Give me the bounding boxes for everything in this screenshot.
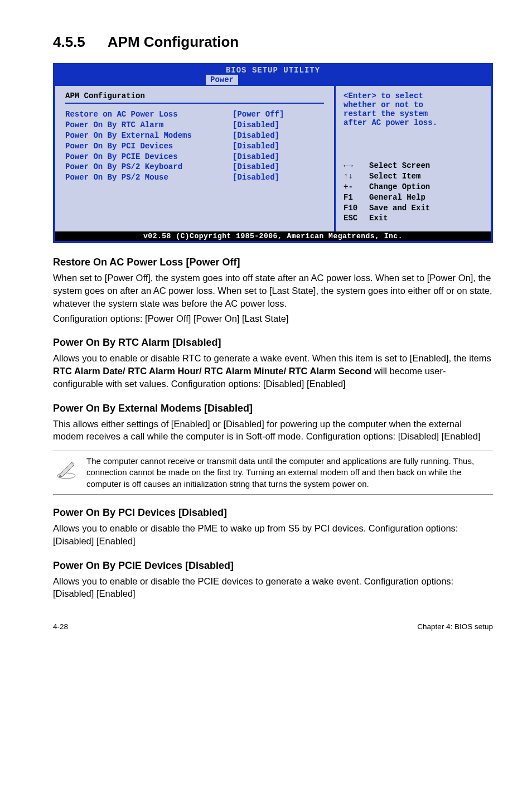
arrows-lr-icon: ←→ bbox=[344, 161, 369, 171]
note-text: The computer cannot receive or transmit … bbox=[86, 456, 491, 490]
rtc-heading: Power On By RTC Alarm [Disabled] bbox=[53, 337, 493, 349]
bios-help-line: whether or not to bbox=[344, 100, 483, 109]
bios-row-label: Power On By RTC Alarm bbox=[65, 120, 233, 131]
bios-row-label: Power On By PCIE Devices bbox=[65, 152, 233, 162]
f1-key-icon: F1 bbox=[344, 192, 369, 203]
esc-key-icon: ESC bbox=[344, 213, 369, 224]
rtc-body-bold: RTC Alarm Date/ RTC Alarm Hour/ RTC Alar… bbox=[53, 366, 371, 376]
key-desc: Select Item bbox=[369, 171, 420, 182]
bios-row[interactable]: Power On By PCI Devices[Disabled] bbox=[65, 141, 324, 152]
bios-row-value: [Disabled] bbox=[233, 172, 279, 183]
section-title: APM Configuration bbox=[108, 33, 239, 50]
bios-row[interactable]: Power On By PS/2 Mouse[Disabled] bbox=[65, 172, 324, 183]
section-heading: 4.5.5APM Configuration bbox=[53, 33, 493, 51]
bios-tab-row: Power bbox=[55, 75, 491, 86]
bios-key-legend: ←→Select Screen ↑↓Select Item +-Change O… bbox=[344, 161, 483, 224]
bios-row-label: Restore on AC Power Loss bbox=[65, 109, 233, 120]
svg-marker-1 bbox=[60, 462, 74, 477]
bios-row-label: Power On By PS/2 Mouse bbox=[65, 172, 233, 183]
bios-row-value: [Disabled] bbox=[233, 131, 279, 141]
pencil-note-icon bbox=[55, 456, 86, 482]
bios-row-value: [Power Off] bbox=[233, 109, 284, 120]
bios-help-text: <Enter> to select whether or not to rest… bbox=[344, 91, 483, 127]
plus-minus-icon: +- bbox=[344, 182, 369, 192]
bios-row[interactable]: Power On By PS/2 Keyboard[Disabled] bbox=[65, 162, 324, 172]
ext-body: This allows either settings of [Enabled]… bbox=[53, 418, 493, 443]
ext-heading: Power On By External Modems [Disabled] bbox=[53, 403, 493, 414]
bios-row-value: [Disabled] bbox=[233, 120, 279, 131]
restore-heading: Restore On AC Power Loss [Power Off] bbox=[53, 257, 493, 268]
bios-row-label: Power On By External Modems bbox=[65, 131, 233, 141]
pcie-body: Allows you to enable or disable the PCIE… bbox=[53, 575, 493, 601]
key-desc: Select Screen bbox=[369, 161, 430, 171]
bios-right-panel: <Enter> to select whether or not to rest… bbox=[336, 86, 491, 231]
rtc-body-part: Allows you to enable or disable RTC to g… bbox=[53, 353, 491, 363]
bios-row[interactable]: Power On By External Modems[Disabled] bbox=[65, 131, 324, 141]
page-number: 4-28 bbox=[53, 622, 68, 631]
bios-row-label: Power On By PCI Devices bbox=[65, 141, 233, 152]
bios-screen: BIOS SETUP UTILITY Power APM Configurati… bbox=[53, 63, 493, 243]
bios-left-panel: APM Configuration Restore on AC Power Lo… bbox=[55, 86, 336, 231]
key-desc: General Help bbox=[369, 192, 425, 203]
key-desc: Exit bbox=[369, 213, 388, 224]
bios-tab-power[interactable]: Power bbox=[206, 75, 238, 85]
restore-options: Configuration options: [Power Off] [Powe… bbox=[53, 312, 493, 325]
bios-row[interactable]: Restore on AC Power Loss[Power Off] bbox=[65, 109, 324, 120]
rtc-body: Allows you to enable or disable RTC to g… bbox=[53, 352, 493, 390]
chapter-label: Chapter 4: BIOS setup bbox=[417, 622, 493, 631]
bios-row-value: [Disabled] bbox=[233, 162, 279, 172]
restore-body: When set to [Power Off], the system goes… bbox=[53, 272, 493, 310]
page-footer: 4-28 Chapter 4: BIOS setup bbox=[53, 622, 493, 631]
key-desc: Change Option bbox=[369, 182, 430, 192]
pcie-heading: Power On By PCIE Devices [Disabled] bbox=[53, 560, 493, 572]
bios-help-line: restart the system bbox=[344, 109, 483, 118]
pci-heading: Power On By PCI Devices [Disabled] bbox=[53, 507, 493, 519]
bios-help-line: <Enter> to select bbox=[344, 91, 483, 100]
bios-row-value: [Disabled] bbox=[233, 152, 279, 162]
note-box: The computer cannot receive or transmit … bbox=[53, 451, 493, 495]
bios-title-bar: BIOS SETUP UTILITY bbox=[55, 65, 491, 75]
arrows-ud-icon: ↑↓ bbox=[344, 171, 369, 182]
bios-row[interactable]: Power On By RTC Alarm[Disabled] bbox=[65, 120, 324, 131]
bios-row-value: [Disabled] bbox=[233, 141, 279, 152]
bios-footer: v02.58 (C)Copyright 1985-2006, American … bbox=[55, 231, 491, 241]
pci-body: Allows you to enable or disable the PME … bbox=[53, 522, 493, 548]
key-desc: Save and Exit bbox=[369, 203, 430, 214]
section-number: 4.5.5 bbox=[53, 33, 85, 51]
f10-key-icon: F10 bbox=[344, 203, 369, 214]
bios-row-label: Power On By PS/2 Keyboard bbox=[65, 162, 233, 172]
bios-row[interactable]: Power On By PCIE Devices[Disabled] bbox=[65, 152, 324, 162]
bios-panel-heading: APM Configuration bbox=[65, 91, 324, 100]
bios-help-line: after AC power loss. bbox=[344, 118, 483, 127]
